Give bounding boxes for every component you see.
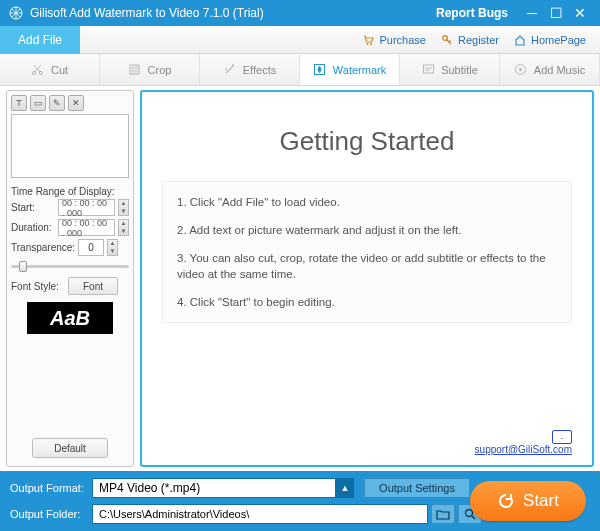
watermark-mini-toolbar: T ▭ ✎ ✕	[11, 95, 129, 111]
tab-subtitle-label: Subtitle	[441, 64, 478, 76]
svg-point-11	[465, 509, 472, 516]
add-file-button[interactable]: Add File	[0, 26, 80, 54]
support-section: support@GiliSoft.com	[162, 430, 572, 455]
output-folder-label: Output Folder:	[10, 508, 92, 520]
fontstyle-label: Font Style:	[11, 281, 65, 292]
transparence-input[interactable]: 0	[78, 239, 104, 256]
instruction-step-1: 1. Click "Add File" to load video.	[177, 194, 557, 210]
homepage-link[interactable]: HomePage	[513, 33, 586, 47]
output-format-label: Output Format:	[10, 482, 92, 494]
watermark-icon	[313, 63, 327, 77]
app-logo-icon	[8, 5, 24, 21]
font-button[interactable]: Font	[68, 277, 118, 295]
svg-point-2	[370, 43, 372, 45]
instruction-step-3: 3. You can also cut, crop, rotate the vi…	[177, 250, 557, 282]
instruction-step-2: 2. Add text or picture watermark and adj…	[177, 222, 557, 238]
getting-started-title: Getting Started	[162, 126, 572, 157]
purchase-link[interactable]: Purchase	[362, 33, 426, 47]
transparence-slider[interactable]	[11, 259, 129, 273]
register-label: Register	[458, 34, 499, 46]
tab-effects-label: Effects	[243, 64, 276, 76]
add-image-watermark-button[interactable]: ▭	[30, 95, 46, 111]
scissors-icon	[31, 63, 45, 77]
homepage-label: HomePage	[531, 34, 586, 46]
tab-watermark[interactable]: Watermark	[300, 54, 400, 85]
start-label: Start:	[11, 202, 55, 213]
tab-crop[interactable]: Crop	[100, 54, 200, 85]
start-time-spinner[interactable]: ▲▼	[118, 199, 129, 216]
content-area: T ▭ ✎ ✕ Time Range of Display: Start: 00…	[0, 86, 600, 471]
tab-crop-label: Crop	[148, 64, 172, 76]
tab-bar: Cut Crop Effects Watermark Subtitle Add …	[0, 54, 600, 86]
tab-watermark-label: Watermark	[333, 64, 386, 76]
svg-rect-6	[130, 65, 139, 74]
start-time-input[interactable]: 00 : 00 : 00 . 000	[58, 199, 115, 216]
tab-addmusic-label: Add Music	[534, 64, 585, 76]
toolbar: Add File Purchase Register HomePage	[0, 26, 600, 54]
close-button[interactable]: ✕	[568, 5, 592, 21]
music-disc-icon	[514, 63, 528, 77]
output-format-dropdown-button[interactable]: ▲	[336, 478, 354, 498]
minimize-button[interactable]: ─	[520, 5, 544, 21]
output-folder-input[interactable]: C:\Users\Administrator\Videos\	[92, 504, 428, 524]
tab-cut[interactable]: Cut	[0, 54, 100, 85]
purchase-label: Purchase	[380, 34, 426, 46]
bottom-bar: Output Format: MP4 Video (*.mp4) ▲ Outpu…	[0, 471, 600, 531]
browse-folder-button[interactable]	[431, 504, 455, 524]
support-email-link[interactable]: support@GiliSoft.com	[475, 444, 572, 455]
start-label: Start	[523, 491, 559, 511]
add-text-watermark-button[interactable]: T	[11, 95, 27, 111]
duration-label: Duration:	[11, 222, 55, 233]
font-preview: AaB	[27, 302, 113, 334]
mail-icon	[552, 430, 572, 444]
default-button[interactable]: Default	[32, 438, 108, 458]
cart-icon	[362, 33, 376, 47]
delete-watermark-button[interactable]: ✕	[68, 95, 84, 111]
subtitle-icon	[421, 63, 435, 77]
svg-rect-8	[423, 65, 433, 73]
instructions-box: 1. Click "Add File" to load video. 2. Ad…	[162, 181, 572, 323]
crop-icon	[128, 63, 142, 77]
left-panel: T ▭ ✎ ✕ Time Range of Display: Start: 00…	[6, 90, 134, 467]
output-format-select[interactable]: MP4 Video (*.mp4)	[92, 478, 336, 498]
transparence-label: Transparence:	[11, 242, 75, 253]
tab-effects[interactable]: Effects	[200, 54, 300, 85]
tab-addmusic[interactable]: Add Music	[500, 54, 600, 85]
start-button[interactable]: Start	[470, 481, 586, 521]
watermark-list[interactable]	[11, 114, 129, 178]
time-range-label: Time Range of Display:	[11, 186, 129, 197]
refresh-icon	[497, 492, 515, 510]
register-link[interactable]: Register	[440, 33, 499, 47]
main-panel: Getting Started 1. Click "Add File" to l…	[140, 90, 594, 467]
instruction-step-4: 4. Click "Start" to begin editing.	[177, 294, 557, 310]
duration-input[interactable]: 00 : 00 : 00 . 000	[58, 219, 115, 236]
title-bar: Gilisoft Add Watermark to Video 7.1.0 (T…	[0, 0, 600, 26]
tab-cut-label: Cut	[51, 64, 68, 76]
transparence-spinner[interactable]: ▲▼	[107, 239, 118, 256]
wand-icon	[223, 63, 237, 77]
duration-spinner[interactable]: ▲▼	[118, 219, 129, 236]
svg-point-10	[519, 68, 522, 71]
svg-point-1	[366, 43, 368, 45]
edit-watermark-button[interactable]: ✎	[49, 95, 65, 111]
report-bugs-link[interactable]: Report Bugs	[436, 6, 508, 20]
folder-icon	[436, 509, 450, 520]
maximize-button[interactable]: ☐	[544, 5, 568, 21]
key-icon	[440, 33, 454, 47]
output-settings-button[interactable]: Output Settings	[364, 478, 470, 498]
home-icon	[513, 33, 527, 47]
tab-subtitle[interactable]: Subtitle	[400, 54, 500, 85]
window-title: Gilisoft Add Watermark to Video 7.1.0 (T…	[30, 6, 264, 20]
